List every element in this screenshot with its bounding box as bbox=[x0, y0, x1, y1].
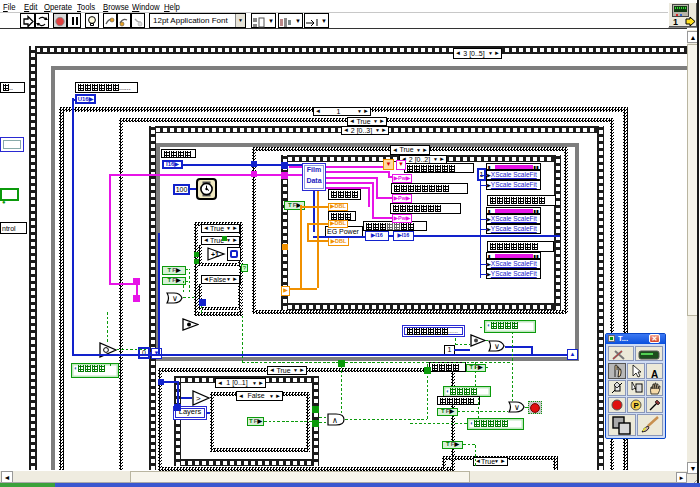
svg-text:∨: ∨ bbox=[494, 342, 500, 351]
svg-text:+1: +1 bbox=[211, 251, 219, 258]
svg-text:∨: ∨ bbox=[514, 403, 520, 412]
svg-text:∨: ∨ bbox=[172, 294, 178, 303]
svg-text:∧: ∧ bbox=[332, 416, 338, 425]
svg-text:P: P bbox=[634, 401, 640, 410]
svg-text:>: > bbox=[196, 394, 201, 403]
